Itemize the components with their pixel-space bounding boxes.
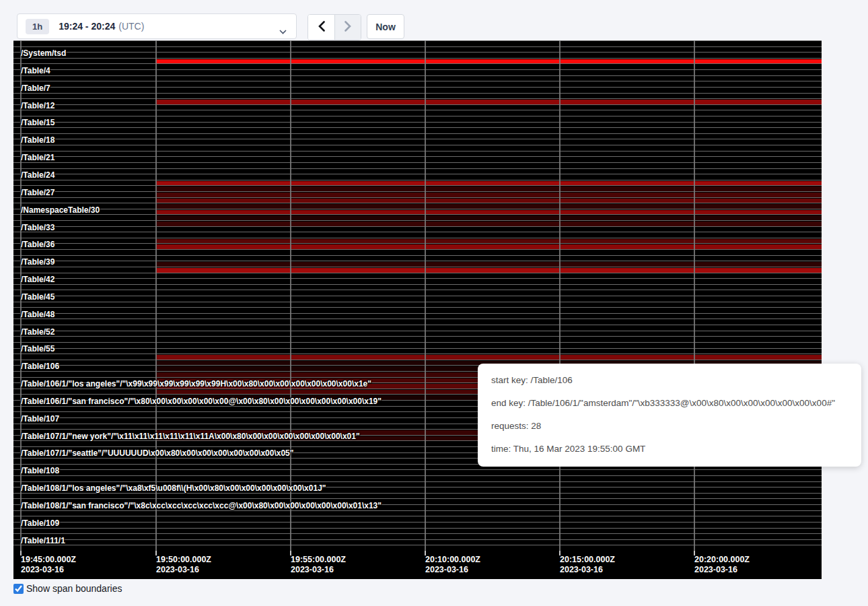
heatmap-grid: /System/tsd/Table/4/Table/7/Table/12/Tab… <box>13 40 822 551</box>
span-row <box>13 516 822 522</box>
span-row <box>13 487 822 493</box>
span-row <box>13 469 822 475</box>
span-row <box>13 63 822 69</box>
span-row <box>13 214 822 220</box>
span-row <box>13 284 822 290</box>
span-row <box>13 255 822 261</box>
prev-time-button[interactable] <box>308 15 334 40</box>
span-row <box>13 197 822 203</box>
span-row <box>13 278 822 284</box>
heat-band <box>155 193 822 197</box>
heat-band <box>155 215 822 220</box>
x-axis-tick-label: 19:45:00.000Z2023-03-16 <box>21 555 76 575</box>
span-row <box>13 481 822 487</box>
column-gridline <box>425 40 426 551</box>
span-row <box>13 290 822 296</box>
show-span-boundaries-checkbox[interactable] <box>13 584 24 594</box>
footer: Show span boundaries <box>13 583 122 594</box>
span-row <box>13 151 822 157</box>
span-row <box>13 313 822 319</box>
heat-band <box>155 100 822 104</box>
span-row <box>13 522 822 528</box>
span-row <box>13 220 822 226</box>
heat-band <box>155 204 822 209</box>
span-row <box>13 87 822 93</box>
span-row <box>13 81 822 87</box>
heat-band <box>155 268 822 273</box>
span-row <box>13 168 822 174</box>
span-row <box>13 58 822 64</box>
span-row <box>13 318 822 325</box>
key-visualizer-canvas[interactable]: /System/tsd/Table/4/Table/7/Table/12/Tab… <box>13 40 822 579</box>
span-row <box>13 145 822 151</box>
span-row <box>13 110 822 116</box>
span-row <box>13 127 822 133</box>
span-tooltip: start key: /Table/106 end key: /Table/10… <box>478 364 861 467</box>
span-row <box>13 69 822 75</box>
span-row <box>13 209 822 215</box>
toolbar: 1h 19:24 - 20:24 (UTC) Now <box>0 0 868 40</box>
span-row <box>13 156 822 162</box>
timezone-label: (UTC) <box>118 21 144 32</box>
column-gridline <box>155 40 157 551</box>
x-axis-tick-label: 20:20:00.000Z2023-03-16 <box>694 555 750 575</box>
span-row <box>13 46 822 53</box>
column-gridline <box>290 40 291 551</box>
heat-band <box>155 262 822 267</box>
span-row <box>13 267 822 273</box>
span-row <box>13 493 822 499</box>
heat-band <box>155 181 822 186</box>
span-row <box>13 498 822 504</box>
span-row <box>13 296 822 302</box>
span-row <box>13 162 822 168</box>
span-row <box>13 203 822 209</box>
span-row <box>13 533 822 539</box>
show-span-boundaries-label: Show span boundaries <box>26 583 122 594</box>
span-row <box>13 475 822 481</box>
span-row <box>13 174 822 180</box>
span-row <box>13 325 822 331</box>
span-row <box>13 510 822 516</box>
span-row <box>13 52 822 58</box>
span-row <box>13 191 822 197</box>
span-row <box>13 122 822 128</box>
time-range-select[interactable]: 1h 19:24 - 20:24 (UTC) <box>17 13 297 39</box>
now-button[interactable]: Now <box>367 14 404 39</box>
span-row <box>13 139 822 145</box>
span-row <box>13 249 822 255</box>
chevron-down-icon <box>279 25 287 37</box>
span-row <box>13 273 822 279</box>
column-gridline <box>694 40 695 551</box>
span-row <box>13 93 822 99</box>
column-gridline <box>20 40 22 551</box>
x-axis-tick-label: 19:50:00.000Z2023-03-16 <box>156 555 211 575</box>
tooltip-time: time: Thu, 16 Mar 2023 19:55:00 GMT <box>491 442 848 456</box>
next-time-button[interactable] <box>334 15 361 40</box>
span-row <box>13 342 822 348</box>
span-row <box>13 98 822 104</box>
span-row <box>13 133 822 139</box>
heat-band <box>155 199 822 203</box>
time-range-label: 19:24 - 20:24 <box>59 21 115 32</box>
span-row <box>13 185 822 191</box>
column-gridline <box>559 40 560 551</box>
tooltip-start-key: start key: /Table/106 <box>491 374 848 387</box>
heat-band <box>155 239 822 244</box>
span-row <box>13 226 822 232</box>
span-row <box>13 504 822 510</box>
span-row <box>13 302 822 308</box>
span-row <box>13 528 822 534</box>
span-row <box>13 539 822 545</box>
span-row <box>13 331 822 337</box>
span-row <box>13 545 822 551</box>
x-axis-tick-label: 20:15:00.000Z2023-03-16 <box>560 555 615 575</box>
span-row <box>13 116 822 122</box>
span-row <box>13 232 822 238</box>
span-row <box>13 180 822 186</box>
span-row <box>13 261 822 267</box>
span-row <box>13 307 822 313</box>
duration-badge: 1h <box>26 19 49 34</box>
x-axis-tick-label: 19:55:00.000Z2023-03-16 <box>291 555 346 575</box>
time-nav-group <box>308 14 361 40</box>
tooltip-end-key: end key: /Table/106/1/"amsterdam"/"\xb33… <box>491 397 848 410</box>
